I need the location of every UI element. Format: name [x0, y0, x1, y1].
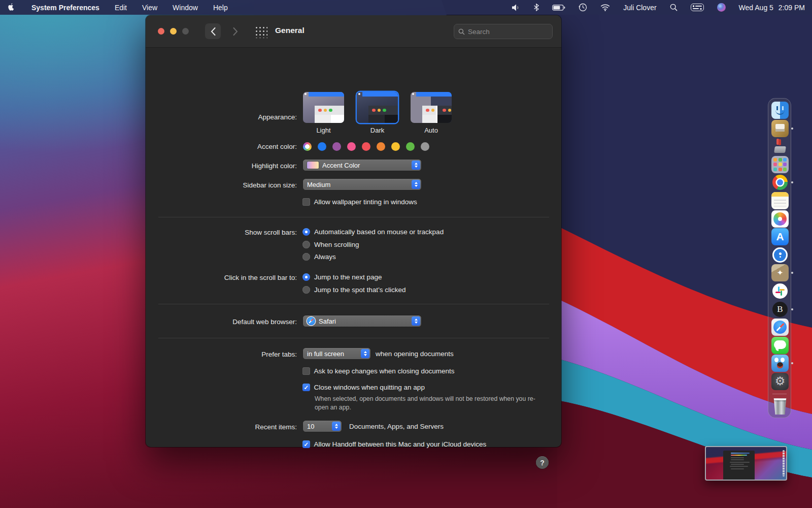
dock-launchpad-icon[interactable]: [771, 156, 789, 173]
battery-icon[interactable]: [552, 5, 565, 11]
zoom-button-disabled: [182, 28, 189, 35]
show-all-preferences-icon[interactable]: [254, 25, 267, 38]
search-icon: [458, 28, 465, 35]
appearance-option-light[interactable]: Light: [303, 92, 344, 134]
dock-1password-icon[interactable]: [771, 246, 789, 264]
back-button[interactable]: [205, 23, 221, 39]
radio-unselected[interactable]: [302, 253, 310, 261]
accent-color-label: Accent color:: [146, 143, 297, 150]
handoff-checkbox-checked[interactable]: ✓: [302, 440, 310, 448]
popup-stepper-icon: [332, 422, 341, 431]
popup-stepper-icon: [412, 161, 420, 170]
mini-preferences-window: [723, 451, 755, 480]
dock-photos-icon[interactable]: [771, 210, 789, 228]
close-windows-description: When selected, open documents and window…: [315, 395, 538, 411]
dock-messages-icon[interactable]: [771, 337, 789, 354]
accent-swatch-green[interactable]: [406, 142, 415, 151]
dock-slack-icon[interactable]: [771, 282, 789, 300]
accent-swatch-blue[interactable]: [318, 142, 326, 151]
dock-finder-icon[interactable]: [771, 102, 789, 119]
dock-tweetbot-icon[interactable]: [771, 355, 789, 372]
section-divider: [158, 338, 549, 338]
dock-system-preferences-icon[interactable]: ⚙: [771, 373, 789, 390]
dock-chrome-icon[interactable]: [771, 174, 789, 191]
highlight-color-popup[interactable]: Accent Color: [303, 160, 421, 171]
section-divider: [158, 217, 549, 217]
appearance-option-dark[interactable]: Dark: [357, 92, 398, 134]
radio-unselected[interactable]: [302, 241, 310, 248]
dark-appearance-thumbnail-selected[interactable]: [357, 92, 398, 123]
accent-swatch-red[interactable]: [362, 142, 370, 151]
menu-username[interactable]: Juli Clover: [623, 4, 656, 12]
menu-window[interactable]: Window: [173, 4, 198, 12]
menu-edit[interactable]: Edit: [115, 4, 127, 12]
accent-swatch-purple[interactable]: [332, 142, 341, 151]
title-bar[interactable]: General Search: [146, 15, 561, 48]
menu-date: Wed Aug 5: [739, 4, 773, 12]
default-browser-popup[interactable]: Safari: [303, 315, 421, 327]
radio-selected[interactable]: [302, 228, 310, 236]
help-button[interactable]: ?: [536, 456, 549, 469]
volume-icon[interactable]: [512, 4, 521, 11]
recent-items-label: Recent items:: [146, 423, 297, 431]
scroll-click-option-next-page: Jump to the next page: [302, 273, 382, 281]
dock-plunger-utility-app-icon[interactable]: [771, 138, 789, 155]
appearance-options: Light Dark Auto: [303, 92, 452, 134]
prefer-tabs-control: in full screen when opening documents: [303, 348, 454, 359]
dock-divider: [772, 394, 787, 394]
time-machine-icon[interactable]: [579, 3, 587, 12]
prefer-tabs-popup[interactable]: in full screen: [303, 348, 370, 359]
accent-color-swatches: [303, 142, 429, 151]
scrollbars-option-when-scrolling: When scrolling: [302, 241, 359, 248]
accent-swatch-pink[interactable]: [347, 142, 356, 151]
apple-menu-icon[interactable]: [7, 3, 15, 12]
show-scroll-bars-label: Show scroll bars:: [146, 229, 297, 236]
search-placeholder: Search: [468, 28, 490, 36]
menu-view[interactable]: View: [142, 4, 157, 12]
scrollbars-option-always: Always: [302, 253, 336, 261]
bluetooth-icon[interactable]: [534, 4, 539, 11]
wifi-icon[interactable]: [600, 4, 610, 11]
spotlight-icon[interactable]: [670, 4, 678, 11]
menu-clock[interactable]: Wed Aug 5 2:09 PM: [739, 4, 805, 12]
accent-swatch-yellow[interactable]: [391, 142, 400, 151]
accent-swatch-orange[interactable]: [377, 142, 385, 151]
system-preferences-window: General Search Appearance: Light: [146, 15, 561, 447]
sidebar-icon-size-popup[interactable]: Medium: [303, 179, 421, 190]
radio-selected[interactable]: [302, 273, 310, 281]
dock-gold-utility-app-icon[interactable]: [771, 120, 789, 137]
forward-button-disabled: [227, 23, 243, 39]
dock-notes-icon[interactable]: [771, 192, 789, 209]
siri-icon[interactable]: [717, 3, 726, 12]
dock-app-store-icon[interactable]: A: [771, 228, 789, 245]
wallpaper-tinting-checkbox-unchecked[interactable]: [302, 198, 310, 206]
light-appearance-thumbnail[interactable]: [303, 92, 344, 123]
running-indicator: [791, 308, 793, 310]
close-button[interactable]: [158, 28, 164, 35]
menu-app-name[interactable]: System Preferences: [31, 4, 99, 12]
dock-trash-icon[interactable]: [771, 397, 789, 415]
dock-cardboard-box-app-icon[interactable]: ✦: [771, 264, 789, 281]
screenshot-thumbnail-preview[interactable]: [705, 446, 787, 481]
accent-swatch-graphite[interactable]: [421, 142, 429, 151]
preferences-search-field[interactable]: Search: [454, 24, 553, 39]
ask-keep-changes-checkbox-unchecked[interactable]: [302, 367, 310, 375]
minimize-button[interactable]: [170, 28, 177, 35]
auto-appearance-thumbnail[interactable]: [411, 92, 452, 123]
radio-unselected[interactable]: [302, 286, 310, 294]
popup-stepper-icon: [412, 316, 420, 326]
mini-dock: [783, 450, 785, 477]
recent-items-control: 10 Documents, Apps, and Servers: [303, 421, 444, 432]
recent-items-popup[interactable]: 10: [303, 421, 342, 432]
recent-items-suffix: Documents, Apps, and Servers: [349, 423, 444, 430]
control-center-icon[interactable]: [691, 4, 704, 11]
close-windows-row: ✓ Close windows when quitting an app: [302, 384, 425, 391]
appearance-option-auto[interactable]: Auto: [411, 92, 452, 134]
close-windows-checkbox-checked[interactable]: ✓: [302, 384, 310, 391]
accent-swatch-multicolor-selected[interactable]: [303, 142, 312, 151]
dock-b-circle-app-icon[interactable]: [771, 301, 789, 318]
dock-safari-icon[interactable]: [771, 319, 789, 336]
default-browser-label: Default web browser:: [146, 318, 297, 326]
menu-help[interactable]: Help: [213, 4, 228, 12]
popup-stepper-icon: [412, 180, 420, 189]
